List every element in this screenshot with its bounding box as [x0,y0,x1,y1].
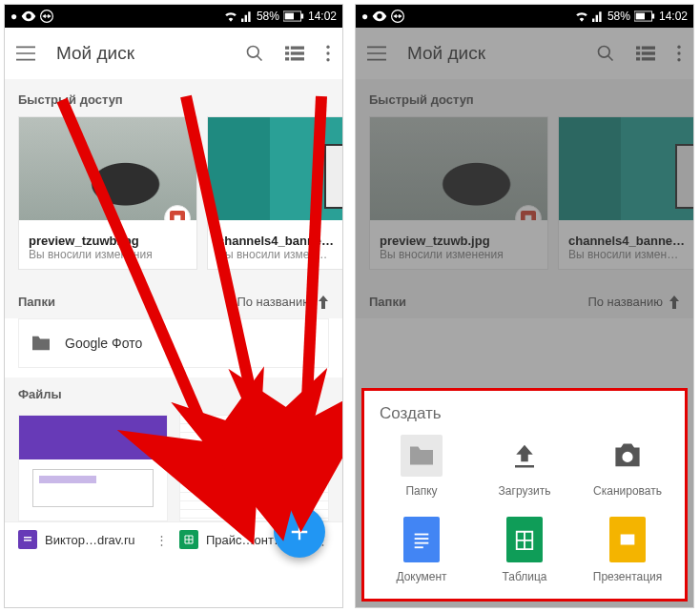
quick-access-row: preview_tzuwb.jpg Вы вносили изменения c… [5,116,342,281]
svg-point-4 [248,46,259,57]
file-name: Виктор…drav.ru [45,533,135,547]
quick-card-name: preview_tzuwb.jpg [29,234,187,248]
sheet-item-label: Презентация [593,570,663,583]
svg-rect-2 [301,13,304,18]
svg-rect-35 [415,542,429,544]
wifi-icon [575,10,588,22]
clock-text: 14:02 [659,10,688,23]
sheet-item-label: Загрузить [499,484,551,498]
svg-rect-22 [636,13,645,20]
signal-icon [241,10,253,22]
forms-icon [18,530,37,549]
create-bottom-sheet: Создать Папку Загрузить Сканировать [361,388,688,602]
quick-card-sub: Вы вносили изменения [29,248,187,261]
folder-name: Google Фото [65,336,142,351]
sheet-item-slide[interactable]: Презентация [580,517,675,583]
signal-icon [592,10,604,22]
battery-pct: 58% [607,10,630,23]
sheet-title: Создать [370,400,679,435]
svg-rect-7 [285,51,289,54]
file-tile[interactable] [18,415,168,521]
more-vert-icon[interactable] [325,45,331,62]
upload-icon [504,435,546,477]
teamviewer-icon [40,10,53,23]
svg-point-13 [326,58,329,61]
quick-card[interactable]: channels4_banne… Вы вносили измен… [207,116,342,270]
battery-icon [634,10,655,22]
quick-card-name: channels4_banne… [217,234,342,248]
svg-rect-5 [285,46,289,49]
svg-rect-10 [291,57,304,60]
file-chip[interactable]: Виктор…drav.ru ⋮ [18,530,168,549]
docs-icon [403,517,440,562]
sheet-item-sheet[interactable]: Таблица [477,517,572,583]
sheet-item-upload[interactable]: Загрузить [477,435,572,498]
svg-rect-15 [24,540,31,541]
sheet-item-label: Сканировать [593,484,662,498]
sheets-icon [506,517,543,562]
file-more-icon[interactable]: ⋮ [155,533,168,547]
folders-title: Папки [18,295,55,309]
app-bar: Мой диск [5,28,342,79]
svg-rect-8 [291,51,304,54]
svg-rect-6 [291,46,304,49]
slides-icon [609,517,646,562]
wifi-icon [224,10,237,22]
status-bar: ● 58% 14:02 [5,5,342,28]
sheets-icon [179,530,198,549]
svg-point-11 [326,45,329,48]
folder-item[interactable]: Google Фото [18,318,329,368]
battery-icon [283,10,304,22]
files-grid [5,411,342,521]
sheet-item-scan[interactable]: Сканировать [580,435,675,498]
status-bar: ● 58% 14:02 [356,5,693,28]
sort-button[interactable]: По названию [237,295,329,309]
sheet-item-doc[interactable]: Документ [374,517,469,583]
svg-rect-36 [415,546,423,548]
svg-rect-33 [415,534,429,536]
search-icon[interactable] [245,44,264,63]
quick-card[interactable]: preview_tzuwb.jpg Вы вносили изменения [18,116,197,270]
files-header: Файлы [5,377,342,411]
view-list-icon[interactable] [285,46,304,61]
svg-rect-34 [415,538,429,540]
screenshot-right: ● 58% 14:02 Мой диск Быстрый доступ pre [355,4,694,608]
folder-icon [31,335,51,352]
fab-create-button[interactable] [274,506,325,558]
status-dot-icon: ● [361,10,368,23]
file-tile[interactable] [179,415,329,521]
quick-access-header: Быстрый доступ [5,79,342,116]
eye-icon [372,10,387,22]
svg-rect-21 [652,13,655,18]
sheet-item-folder[interactable]: Папку [374,435,469,498]
page-title: Мой диск [56,43,224,64]
svg-rect-9 [285,57,289,60]
hamburger-icon[interactable] [16,46,35,61]
svg-rect-14 [24,537,31,539]
quick-card-sub: Вы вносили измен… [217,248,342,261]
sheet-item-label: Папку [405,484,437,498]
svg-point-12 [326,51,329,54]
folder-icon [401,435,443,477]
clock-text: 14:02 [308,10,337,23]
svg-rect-3 [285,13,294,20]
sheet-item-label: Документ [396,570,446,583]
screenshot-left: ● 58% 14:02 Мой диск [4,4,343,608]
status-dot-icon: ● [10,10,17,23]
svg-rect-37 [621,535,635,545]
eye-icon [21,10,36,22]
folders-header: Папки По названию [5,281,342,318]
battery-pct: 58% [257,10,279,23]
sheet-item-label: Таблица [502,570,546,583]
arrow-up-icon [318,296,329,309]
camera-icon [607,435,649,477]
teamviewer-icon [391,10,404,23]
